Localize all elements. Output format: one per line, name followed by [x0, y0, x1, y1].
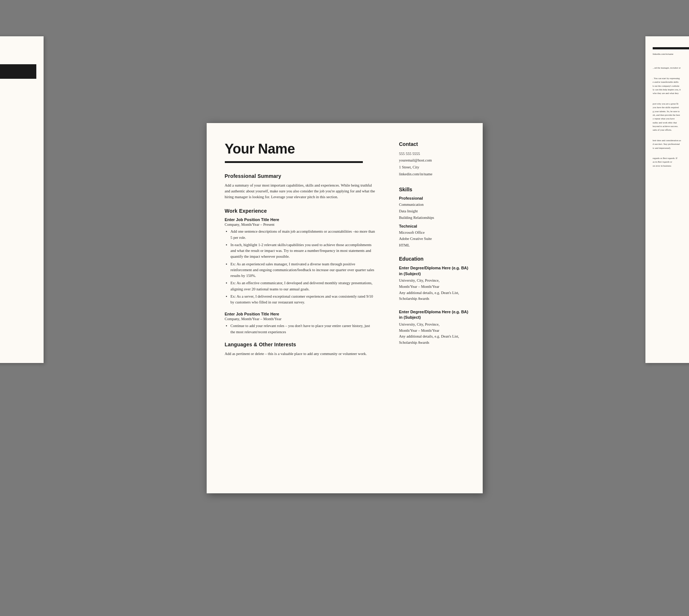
skills-technical-list: Microsoft Office Adobe Creative Suite HT… — [399, 229, 472, 249]
job1-bullet-3: Ex: As an experienced sales manager, I m… — [231, 261, 376, 279]
languages-interests-heading: Languages & Other Interests — [225, 342, 376, 347]
job1-bullets: Add one sentence descriptions of main jo… — [225, 229, 376, 305]
main-resume-page: Your Name Professional Summary Add a sum… — [207, 123, 483, 493]
contact-phone: 555 555 5555 — [399, 151, 472, 158]
skills-professional-heading: Professional — [399, 196, 472, 200]
contact-linkedin: linkedin.com/in/name — [399, 171, 472, 178]
job1-bullet-2: In each, highlight 1-2 relevant skills/c… — [231, 242, 376, 260]
contact-address: 1 Street, City — [399, 164, 472, 171]
behind-left-job1-title: Enter Job Position — [0, 107, 36, 110]
professional-summary-heading: Professional Summary — [225, 173, 376, 179]
skills-heading: Skills — [399, 187, 472, 192]
job1-title: Enter Job Position Title Here — [225, 217, 376, 222]
education-heading: Education — [399, 256, 472, 262]
behind-left-job2-title: Enter Job Position — [0, 135, 36, 138]
job2-bullets: Continue to add your relevant roles – yo… — [225, 323, 376, 335]
contact-email: youremail@host.com — [399, 157, 472, 164]
behind-page-right: linkedin.com/in/name ...nd the manager, … — [645, 36, 689, 363]
resume-right-column: Contact 555 555 5555 youremail@host.com … — [388, 123, 483, 493]
job1-bullet-4: Ex: As an effective communicator, I deve… — [231, 280, 376, 292]
work-experience-heading: Work Experience — [225, 208, 376, 214]
resume-name: Your Name — [225, 141, 376, 157]
job1-bullet-5: Ex: As a server, I delivered exceptional… — [231, 294, 376, 306]
job2-title: Enter Job Position Title Here — [225, 312, 376, 316]
behind-left-work-heading: Work Experienc... — [0, 101, 36, 105]
behind-left-summary-text: Add a summary of yo...about yourself, ma… — [0, 87, 36, 98]
header-divider — [225, 161, 363, 163]
degree2-title: Enter Degree/Diploma Here (e.g. BA) in (… — [399, 309, 472, 321]
skills-technical-heading: Technical — [399, 224, 472, 228]
contact-heading: Contact — [399, 141, 472, 147]
job1-company: Company, Month/Year – Present — [225, 223, 376, 227]
job2-bullet-1: Continue to add your relevant roles – yo… — [231, 323, 376, 335]
contact-info: 555 555 5555 youremail@host.com 1 Street… — [399, 151, 472, 178]
degree1-details: University, City, Province, Month/Year –… — [399, 278, 472, 302]
education-entry-2: Enter Degree/Diploma Here (e.g. BA) in (… — [399, 309, 472, 346]
resume-left-column: Your Name Professional Summary Add a sum… — [207, 123, 388, 493]
skills-professional-list: Communication Data Insight Building Rela… — [399, 201, 472, 221]
behind-left-education-heading: Education — [0, 147, 36, 150]
behind-left-summary-heading: Professional Su... — [0, 82, 36, 86]
behind-page-left: ☎ 555 555 5555 M ... Professional Su... … — [0, 36, 44, 363]
professional-summary-body: Add a summary of your most important cap… — [225, 183, 376, 200]
languages-interests-body: Add as pertinent or delete – this is a v… — [225, 351, 376, 357]
degree2-details: University, City, Province, Month/Year –… — [399, 322, 472, 346]
job2-company: Company, Month/Year – Month/Year — [225, 317, 376, 321]
degree1-title: Enter Degree/Diploma Here (e.g. BA) in (… — [399, 265, 472, 277]
education-entry-1: Enter Degree/Diploma Here (e.g. BA) in (… — [399, 265, 472, 302]
job1-bullet-1: Add one sentence descriptions of main jo… — [231, 229, 376, 241]
